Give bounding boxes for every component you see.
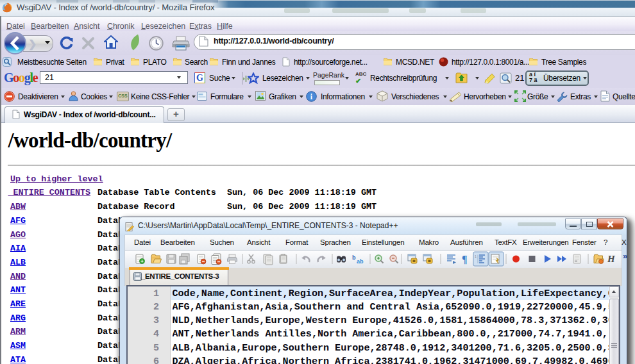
svg-text:1: 1 — [475, 254, 477, 258]
svg-text:¶: ¶ — [462, 254, 468, 265]
svg-text:b: b — [352, 254, 356, 261]
svg-text:ab: ab — [357, 258, 364, 265]
svg-text:H: H — [607, 254, 616, 264]
